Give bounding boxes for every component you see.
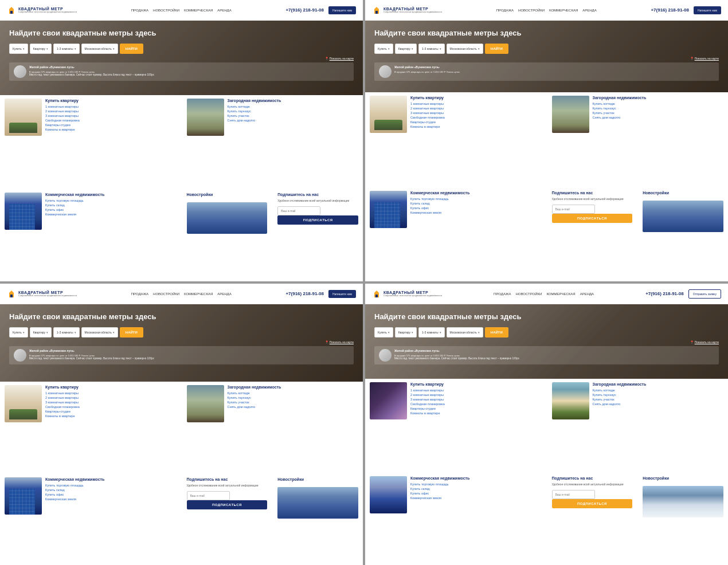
country-link-4[interactable]: Снять дом надолго [228, 119, 359, 122]
subscribe-input-v4[interactable] [552, 490, 595, 499]
newbuild-img-v1 [187, 202, 268, 234]
hero-title-v1: Найдите свои квадратные метры здесь [9, 29, 158, 38]
nav-prodazha[interactable]: ПРОДАЖА [131, 9, 148, 12]
subscribe-cell-v1: Подпишитесь на нас Удобное отслеживание … [273, 189, 363, 282]
subscribe-input-v1[interactable] [277, 206, 320, 215]
comm-link-1[interactable]: Купить торговую площадь [45, 199, 177, 202]
main-grid: КВАДРАТНЫЙ МЕТР Современные технологии п… [0, 0, 728, 565]
cta-btn-v3[interactable]: Напишите нам [328, 290, 356, 298]
sel-rooms-v2[interactable]: 1-3 комнаты▾ [418, 44, 444, 54]
nav-kommerch[interactable]: КОММЕРЧЕСКАЯ [184, 9, 213, 12]
cta-btn-v2[interactable]: Напишите нам [694, 6, 721, 14]
logo-v3: КВАДРАТНЫЙ МЕТР Современные технологии п… [7, 289, 77, 299]
map-link-v4[interactable]: 📍 Показать на карте [374, 340, 719, 344]
apt-link-5[interactable]: Квартиры-студии [45, 123, 177, 127]
search-bar-v1: Купить▾ Квартиру▾ 1-3 комнаты▾ Московска… [9, 44, 354, 54]
search-btn-v3[interactable]: НАЙТИ [120, 327, 143, 338]
select-rooms-v1[interactable]: 1-3 комнаты▾ [53, 44, 79, 54]
header-v3: КВАДРАТНЫЙ МЕТР Современные технологии п… [0, 284, 363, 304]
comm-link-3[interactable]: Купить офис [45, 208, 177, 211]
hero-v1: Найдите свои квадратные метры здесь Купи… [0, 21, 363, 95]
cta-btn-v4[interactable]: Отправить заявку [688, 289, 721, 299]
nav-v2: ПРОДАЖА НОВОСТРОЙКИ КОММЕРЧЕСКАЯ АРЕНДА [447, 9, 646, 12]
banner-thumb-v1 [14, 65, 26, 78]
comm-link-2[interactable]: Купить склад [45, 203, 177, 207]
commercial-cell-v4: Коммерческая недвижимость Купить торгову… [365, 473, 546, 566]
subscribe-btn-v1[interactable]: ПОДПИСАТЬСЯ [277, 215, 358, 225]
phone-v3: +7(916) 218-91-08 [285, 291, 324, 296]
subscribe-btn-v4[interactable]: ПОДПИСАТЬСЯ [552, 499, 633, 508]
commercial-cell-v1: Коммерческая недвижимость Купить торгову… [0, 189, 181, 282]
logo-subtitle-v2: Современные технологии продвижения недви… [383, 11, 442, 14]
map-link-v1[interactable]: 📍 Показать на карте [9, 57, 354, 60]
variant-3: КВАДРАТНЫЙ МЕТР Современные технологии п… [0, 284, 363, 565]
country-title-v1: Загородная недвижимость [228, 99, 359, 103]
cta-btn-v1[interactable]: Напишите нам [328, 6, 356, 14]
subscribe-cell-v3: Подпишитесь на нас Удобное отслеживание … [182, 474, 272, 565]
map-link-v2[interactable]: 📍 Показать на карте [374, 57, 719, 60]
apt-link-6[interactable]: Комнаты в квартире [45, 128, 177, 131]
logo-icon-v3 [7, 289, 16, 299]
country-cell-v4: Загородная недвижимость Купить коттедж К… [547, 379, 729, 472]
country-link-1[interactable]: Купить коттедж [228, 105, 359, 108]
newbuild-cell-v4: Новостройки [638, 473, 728, 566]
hero-content-v3: Найдите свои квадратные метры здесь Купи… [0, 304, 363, 370]
apt-cell-v3: Купить квартиру 1 комнатные квартиры 2 к… [0, 382, 181, 473]
map-link-v3[interactable]: 📍 Показать на карте [9, 340, 354, 344]
country-link-2[interactable]: Купить таунхаус [228, 109, 359, 113]
apt-title-v1: Купить квартиру [45, 99, 177, 103]
search-btn-v1[interactable]: НАЙТИ [120, 44, 143, 54]
search-btn-v2[interactable]: НАЙТИ [485, 44, 508, 54]
content-grid-v4: Купить квартиру 1 комнатные квартиры 2 к… [365, 379, 728, 565]
country-cell-v1: Загородная недвижимость Купить коттедж К… [182, 95, 363, 188]
content-grid-v1: Купить квартиру 1 комнатные квартиры 2 к… [0, 95, 363, 281]
banner-title-v2: Жилой район «Бунинские луга» [394, 65, 460, 69]
apt-link-4[interactable]: Свободная планировка [45, 119, 177, 122]
banner-desc-v1: В продаже 575 квартиры по цене от 3 455 … [29, 70, 95, 73]
country-link-3[interactable]: Купить участок [228, 114, 359, 117]
apt-link-3[interactable]: 3 комнатные квартиры [45, 114, 177, 117]
nav-novostroiki[interactable]: НОВОСТРОЙКИ [153, 9, 179, 12]
content-grid-v2: Купить квартиру 1 комнатные квартиры 2 к… [365, 92, 728, 281]
search-bar-v2: Купить▾ Квартиру▾ 1-3 комнаты▾ Московска… [374, 44, 719, 54]
apt-title-v2: Купить квартиру [410, 96, 542, 100]
sel-prop-v2[interactable]: Квартиру▾ [395, 44, 417, 54]
sel-type-v2[interactable]: Купить▾ [374, 44, 393, 54]
header-v4: КВАДРАТНЫЙ МЕТР Современные технологии п… [365, 284, 728, 304]
nav-novo-v2[interactable]: НОВОСТРОЙКИ [518, 9, 545, 12]
subscribe-btn-v3[interactable]: ПОДПИСАТЬСЯ [187, 500, 268, 509]
apt-cell-v4: Купить квартиру 1 комнатные квартиры 2 к… [365, 379, 546, 472]
content-grid-v3: Купить квартиру 1 комнатные квартиры 2 к… [0, 382, 363, 565]
select-region-v1[interactable]: Московская область▾ [81, 44, 118, 54]
phone-v1: +7(916) 218-91-08 [285, 7, 324, 13]
subscribe-title-v1: Подпишитесь на нас [277, 193, 358, 197]
nav-komm-v2[interactable]: КОММЕРЧЕСКАЯ [549, 9, 578, 12]
nav-prodazha-v2[interactable]: ПРОДАЖА [496, 9, 514, 12]
logo-subtitle-v3: Современные технологии продвижения недви… [18, 295, 77, 297]
newbuild-cell-v3: Новостройки [273, 474, 363, 565]
banner-v1: Жилой район «Бунинские луга» В продаже 5… [9, 62, 354, 81]
subscribe-desc-v1: Удобное отслеживание всей актуальной инф… [277, 199, 358, 203]
select-prop-v1[interactable]: Квартиру▾ [30, 44, 52, 54]
apt-link-1[interactable]: 1 комнатные квартиры [45, 105, 177, 108]
search-btn-v4[interactable]: НАЙТИ [485, 327, 508, 338]
select-type-v1[interactable]: Купить▾ [9, 44, 28, 54]
subscribe-btn-v2[interactable]: ПОДПИСАТЬСЯ [552, 214, 633, 223]
sel-region-v2[interactable]: Московская область▾ [447, 44, 483, 54]
hero-v2: Найдите свои квадратные метры здесь Купи… [365, 21, 728, 92]
comm-link-4[interactable]: Коммерческая земля [45, 213, 177, 216]
commercial-img-v1 [5, 193, 42, 230]
subscribe-cell-v4: Подпишитесь на нас Удобное отслеживание … [547, 473, 637, 566]
apt-link-2[interactable]: 2 комнатные квартиры [45, 109, 177, 113]
subscribe-input-v3[interactable] [187, 491, 230, 500]
newbuild-cell-v2: Новостройки [638, 187, 728, 281]
country-img-v1 [187, 99, 224, 136]
nav-arenda-v2[interactable]: АРЕНДА [582, 9, 596, 12]
svg-rect-5 [10, 295, 13, 297]
subscribe-input-v2[interactable] [552, 205, 595, 214]
nav-v1: ПРОДАЖА НОВОСТРОЙКИ КОММЕРЧЕСКАЯ АРЕНДА [81, 9, 281, 12]
svg-rect-3 [375, 11, 378, 14]
nav-arenda[interactable]: АРЕНДА [217, 9, 231, 12]
hero-content-v4: Найдите свои квадратные метры здесь Купи… [365, 304, 728, 370]
country-img-v2 [552, 96, 589, 133]
